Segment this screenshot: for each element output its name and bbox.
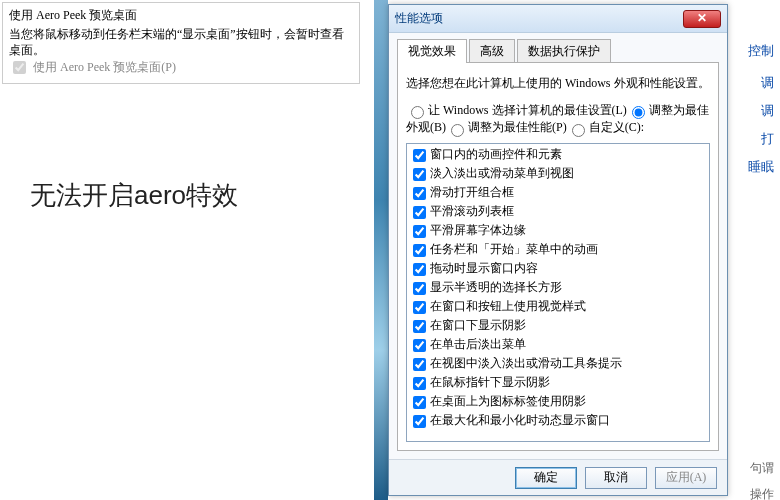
cancel-button[interactable]: 取消 <box>585 467 647 489</box>
aero-peek-group: 使用 Aero Peek 预览桌面 当您将鼠标移动到任务栏末端的“显示桌面”按钮… <box>2 2 360 84</box>
option-label: 在窗口和按钮上使用视觉样式 <box>430 299 586 313</box>
side-link[interactable]: 睡眠 <box>748 158 774 176</box>
dialog-title: 性能选项 <box>395 10 443 27</box>
option-label: 在单击后淡出菜单 <box>430 337 526 351</box>
option-row[interactable]: 在窗口和按钮上使用视觉样式 <box>409 298 707 317</box>
side-link[interactable]: 打 <box>761 130 774 148</box>
side-link[interactable]: 控制 <box>748 42 774 60</box>
tab-strip: 视觉效果 高级 数据执行保护 <box>397 39 719 63</box>
performance-options-dialog: 性能选项 ✕ 视觉效果 高级 数据执行保护 选择您想在此计算机上使用的 Wind… <box>388 4 728 496</box>
close-button[interactable]: ✕ <box>683 10 721 28</box>
radio-option[interactable]: 自定义(C): <box>567 120 644 134</box>
panel-description: 选择您想在此计算机上使用的 Windows 外观和性能设置。 <box>406 75 710 92</box>
option-checkbox[interactable] <box>413 396 426 409</box>
dialog-footer: 确定 取消 应用(A) <box>389 459 727 495</box>
ok-button[interactable]: 确定 <box>515 467 577 489</box>
option-label: 滑动打开组合框 <box>430 185 514 199</box>
radio-input[interactable] <box>632 106 645 119</box>
side-gray-text: 句谓 <box>750 460 774 477</box>
side-link[interactable]: 调 <box>761 102 774 120</box>
radio-label: 自定义(C): <box>589 120 644 134</box>
option-row[interactable]: 滑动打开组合框 <box>409 184 707 203</box>
option-row[interactable]: 平滑屏幕字体边缘 <box>409 222 707 241</box>
option-checkbox[interactable] <box>413 301 426 314</box>
radio-option[interactable]: 调整为最佳性能(P) <box>446 120 567 134</box>
radio-label: 让 Windows 选择计算机的最佳设置(L) <box>428 103 627 117</box>
aero-peek-checkbox[interactable] <box>13 61 26 74</box>
option-checkbox[interactable] <box>413 377 426 390</box>
radio-group: 让 Windows 选择计算机的最佳设置(L)调整为最佳外观(B)调整为最佳性能… <box>406 102 710 137</box>
option-row[interactable]: 显示半透明的选择长方形 <box>409 279 707 298</box>
option-label: 拖动时显示窗口内容 <box>430 261 538 275</box>
option-row[interactable]: 在桌面上为图标标签使用阴影 <box>409 393 707 412</box>
option-checkbox[interactable] <box>413 149 426 162</box>
radio-option[interactable]: 让 Windows 选择计算机的最佳设置(L) <box>406 103 627 117</box>
radio-input[interactable] <box>411 106 424 119</box>
option-row[interactable]: 任务栏和「开始」菜单中的动画 <box>409 241 707 260</box>
radio-label: 调整为最佳性能(P) <box>468 120 567 134</box>
option-label: 在视图中淡入淡出或滑动工具条提示 <box>430 356 622 370</box>
tab-panel-visual-effects: 选择您想在此计算机上使用的 Windows 外观和性能设置。 让 Windows… <box>397 62 719 451</box>
option-checkbox[interactable] <box>413 358 426 371</box>
side-link[interactable]: 调 <box>761 74 774 92</box>
option-label: 在窗口下显示阴影 <box>430 318 526 332</box>
options-listbox[interactable]: 窗口内的动画控件和元素淡入淡出或滑动菜单到视图滑动打开组合框平滑滚动列表框平滑屏… <box>406 143 710 443</box>
option-checkbox[interactable] <box>413 415 426 428</box>
option-label: 任务栏和「开始」菜单中的动画 <box>430 242 598 256</box>
dialog-titlebar: 性能选项 ✕ <box>389 5 727 33</box>
option-label: 平滑屏幕字体边缘 <box>430 223 526 237</box>
option-row[interactable]: 在视图中淡入淡出或滑动工具条提示 <box>409 355 707 374</box>
option-checkbox[interactable] <box>413 244 426 257</box>
option-checkbox[interactable] <box>413 168 426 181</box>
aero-peek-title: 使用 Aero Peek 预览桌面 <box>9 7 353 24</box>
option-row[interactable]: 窗口内的动画控件和元素 <box>409 146 707 165</box>
option-checkbox[interactable] <box>413 320 426 333</box>
option-label: 在桌面上为图标标签使用阴影 <box>430 394 586 408</box>
option-checkbox[interactable] <box>413 263 426 276</box>
option-checkbox[interactable] <box>413 282 426 295</box>
option-label: 显示半透明的选择长方形 <box>430 280 562 294</box>
option-checkbox[interactable] <box>413 206 426 219</box>
option-row[interactable]: 平滑滚动列表框 <box>409 203 707 222</box>
desktop-strip <box>374 0 388 500</box>
dialog-body: 视觉效果 高级 数据执行保护 选择您想在此计算机上使用的 Windows 外观和… <box>389 33 727 459</box>
annotation-text: 无法开启aero特效 <box>30 178 238 213</box>
option-label: 在鼠标指针下显示阴影 <box>430 375 550 389</box>
tab-visual-effects[interactable]: 视觉效果 <box>397 39 467 63</box>
radio-input[interactable] <box>451 124 464 137</box>
option-checkbox[interactable] <box>413 225 426 238</box>
option-row[interactable]: 拖动时显示窗口内容 <box>409 260 707 279</box>
option-row[interactable]: 在窗口下显示阴影 <box>409 317 707 336</box>
side-gray-text: 操作 <box>750 486 774 500</box>
option-row[interactable]: 在单击后淡出菜单 <box>409 336 707 355</box>
option-checkbox[interactable] <box>413 339 426 352</box>
option-row[interactable]: 在鼠标指针下显示阴影 <box>409 374 707 393</box>
apply-button[interactable]: 应用(A) <box>655 467 717 489</box>
option-row[interactable]: 淡入淡出或滑动菜单到视图 <box>409 165 707 184</box>
aero-peek-desc: 当您将鼠标移动到任务栏末端的“显示桌面”按钮时，会暂时查看桌面。 <box>9 26 353 58</box>
tab-advanced[interactable]: 高级 <box>469 39 515 63</box>
option-row[interactable]: 在最大化和最小化时动态显示窗口 <box>409 412 707 431</box>
aero-peek-checkbox-row[interactable]: 使用 Aero Peek 预览桌面(P) <box>9 60 176 74</box>
option-label: 平滑滚动列表框 <box>430 204 514 218</box>
aero-peek-checkbox-label: 使用 Aero Peek 预览桌面(P) <box>33 60 176 74</box>
option-label: 在最大化和最小化时动态显示窗口 <box>430 413 610 427</box>
radio-input[interactable] <box>572 124 585 137</box>
option-label: 窗口内的动画控件和元素 <box>430 147 562 161</box>
tab-dep[interactable]: 数据执行保护 <box>517 39 611 63</box>
option-label: 淡入淡出或滑动菜单到视图 <box>430 166 574 180</box>
option-checkbox[interactable] <box>413 187 426 200</box>
